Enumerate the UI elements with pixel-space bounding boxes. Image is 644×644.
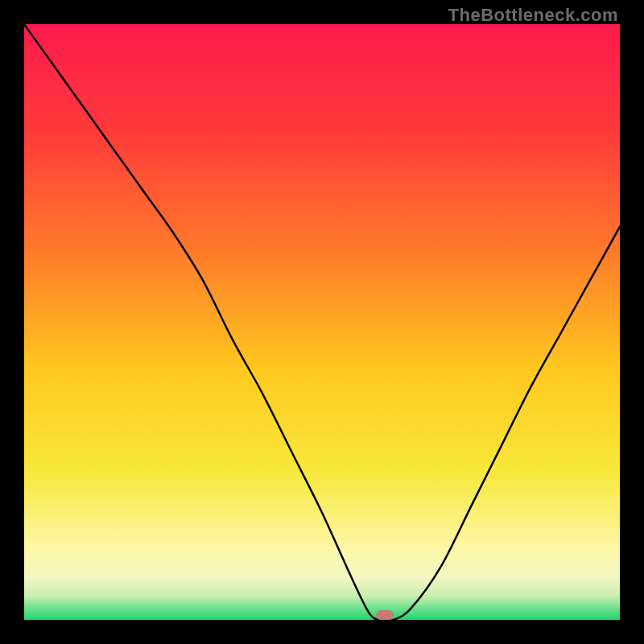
plot-area xyxy=(24,24,620,620)
watermark-text: TheBottleneck.com xyxy=(448,5,618,26)
bottleneck-curve xyxy=(24,24,620,620)
optimal-marker xyxy=(376,610,394,620)
chart-frame: TheBottleneck.com xyxy=(0,0,644,644)
